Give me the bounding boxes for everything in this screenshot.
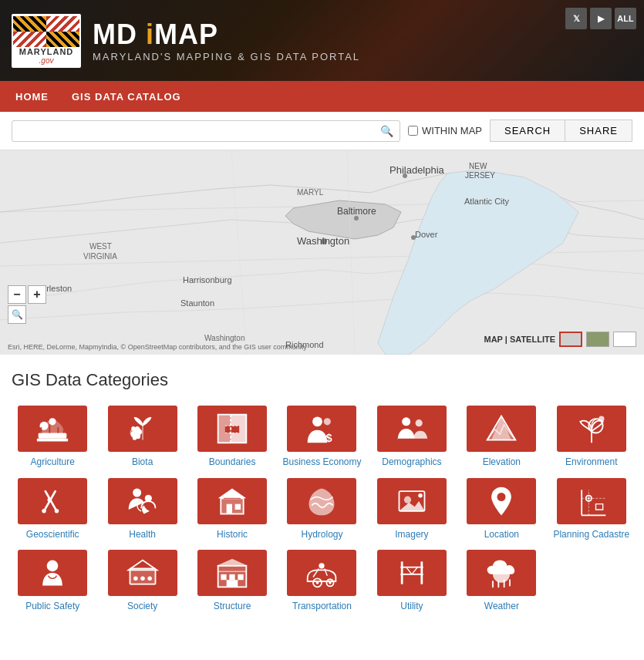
zoom-out-button[interactable]: − bbox=[8, 285, 26, 304]
search-input[interactable] bbox=[19, 125, 380, 137]
maryland-logo: MARYLAND .gov bbox=[12, 14, 81, 68]
list-item[interactable]: Demographics bbox=[371, 406, 453, 469]
list-item[interactable]: Health bbox=[101, 478, 183, 541]
category-label: Location bbox=[484, 529, 519, 541]
svg-text:Baltimore: Baltimore bbox=[337, 206, 376, 217]
search-share-btns: SEARCH SHARE bbox=[490, 120, 632, 142]
svg-rect-84 bbox=[229, 574, 234, 580]
svg-point-79 bbox=[147, 577, 152, 581]
list-item[interactable]: Environment bbox=[551, 406, 632, 469]
svg-point-78 bbox=[140, 577, 145, 581]
environment-icon bbox=[557, 406, 626, 452]
nav-home[interactable]: HOME bbox=[15, 87, 49, 106]
business-economy-icon: $ bbox=[287, 406, 356, 452]
svg-point-92 bbox=[319, 563, 325, 568]
map-type-label: MAP | SATELLITE bbox=[484, 335, 555, 344]
list-item[interactable]: Structure bbox=[191, 550, 273, 613]
list-item[interactable]: Society bbox=[101, 550, 183, 613]
category-label: Public Safety bbox=[25, 601, 79, 613]
biota-icon bbox=[108, 406, 177, 452]
society-icon bbox=[108, 550, 177, 596]
svg-line-98 bbox=[412, 567, 417, 574]
list-item[interactable]: Elevation bbox=[460, 406, 542, 469]
list-item[interactable]: $ Business Economy bbox=[281, 406, 362, 469]
svg-point-40 bbox=[402, 417, 410, 426]
youtube-icon[interactable]: ▶ bbox=[590, 8, 612, 29]
category-label: Weather bbox=[484, 601, 519, 613]
svg-point-73 bbox=[47, 561, 59, 572]
svg-rect-29 bbox=[37, 439, 68, 442]
zoom-controls: − + bbox=[8, 285, 46, 304]
list-item[interactable]: Public Safety bbox=[12, 550, 93, 613]
structure-icon bbox=[197, 550, 267, 596]
zoom-in-button[interactable]: + bbox=[28, 285, 46, 304]
svg-point-52 bbox=[55, 509, 59, 514]
svg-text:Harrisonburg: Harrisonburg bbox=[183, 275, 232, 285]
location-icon bbox=[467, 478, 536, 524]
list-item[interactable]: Planning Cadastre bbox=[551, 478, 632, 541]
within-map-text: WITHIN MAP bbox=[422, 125, 482, 136]
category-label: Imagery bbox=[395, 529, 428, 541]
map-type-controls: MAP | SATELLITE bbox=[484, 332, 636, 347]
search-button[interactable]: SEARCH bbox=[490, 120, 565, 142]
svg-rect-42 bbox=[409, 439, 427, 441]
list-item[interactable]: Utility bbox=[371, 550, 453, 613]
category-label: Transportation bbox=[292, 601, 352, 613]
list-item[interactable]: Geoscientific bbox=[12, 478, 93, 541]
map-type-other[interactable] bbox=[613, 332, 636, 347]
categories-title: GIS Data Categories bbox=[12, 370, 632, 390]
search-icon[interactable]: 🔍 bbox=[380, 125, 393, 137]
category-label: Hydrology bbox=[301, 529, 342, 541]
map-type-satellite[interactable] bbox=[586, 332, 609, 347]
svg-point-53 bbox=[48, 497, 52, 502]
historic-icon bbox=[197, 478, 267, 524]
list-item[interactable]: Agriculture bbox=[12, 406, 93, 469]
list-item[interactable]: Location bbox=[460, 478, 542, 541]
list-item[interactable]: Hydrology bbox=[281, 478, 362, 541]
map-container[interactable]: Philadelphia NEW JERSEY Atlantic City Ba… bbox=[0, 150, 644, 355]
maryland-gov: .gov bbox=[39, 56, 54, 65]
svg-rect-83 bbox=[221, 574, 226, 580]
svg-rect-28 bbox=[39, 433, 67, 439]
list-item[interactable]: Boundaries bbox=[191, 406, 273, 469]
svg-point-65 bbox=[418, 493, 423, 498]
svg-marker-32 bbox=[218, 415, 231, 443]
list-item[interactable]: Imagery bbox=[371, 478, 453, 541]
list-item[interactable]: Transportation bbox=[281, 550, 362, 613]
svg-marker-58 bbox=[218, 488, 247, 498]
map-search-button[interactable]: 🔍 bbox=[8, 305, 26, 324]
svg-text:NEW: NEW bbox=[469, 162, 487, 170]
map-attribution: Esri, HERE, DeLorme, MapmyIndia, © OpenS… bbox=[8, 343, 307, 351]
svg-text:JERSEY: JERSEY bbox=[465, 171, 495, 180]
svg-text:Washington: Washington bbox=[297, 235, 349, 247]
svg-marker-33 bbox=[231, 415, 246, 443]
category-label: Geoscientific bbox=[26, 529, 79, 541]
header: MARYLAND .gov MD iMAP MARYLAND'S MAPPING… bbox=[0, 0, 644, 81]
list-item[interactable]: Weather bbox=[460, 550, 542, 613]
list-item[interactable]: Historic bbox=[191, 478, 273, 541]
svg-text:Philadelphia: Philadelphia bbox=[389, 164, 445, 176]
twitter-icon[interactable]: 𝕏 bbox=[565, 8, 587, 29]
all-icon[interactable]: ALL bbox=[615, 8, 636, 29]
nav-gis-data-catalog[interactable]: GIS DATA CATALOG bbox=[72, 87, 181, 106]
logo-area: MARYLAND .gov MD iMAP MARYLAND'S MAPPING… bbox=[12, 14, 360, 68]
search-input-wrap: 🔍 bbox=[12, 120, 400, 142]
within-map-checkbox[interactable] bbox=[408, 126, 418, 136]
svg-point-37 bbox=[313, 416, 323, 426]
share-button[interactable]: SHARE bbox=[565, 120, 632, 142]
svg-text:$: $ bbox=[326, 432, 332, 444]
public-safety-icon bbox=[18, 550, 87, 596]
imagery-icon bbox=[377, 478, 447, 524]
svg-text:Atlantic City: Atlantic City bbox=[464, 197, 510, 206]
svg-point-77 bbox=[133, 577, 138, 581]
category-label: Business Economy bbox=[282, 456, 361, 469]
transportation-icon bbox=[287, 550, 356, 596]
utility-icon bbox=[377, 550, 447, 596]
search-bar: 🔍 WITHIN MAP SEARCH SHARE bbox=[0, 112, 644, 150]
list-item[interactable]: Biota bbox=[101, 406, 183, 469]
map-type-map[interactable] bbox=[559, 332, 582, 347]
maryland-text: MARYLAND bbox=[19, 47, 74, 56]
category-label: Environment bbox=[565, 456, 617, 469]
category-label: Biota bbox=[132, 456, 153, 469]
categories-grid: Agriculture Biota Boundaries $ Business … bbox=[12, 406, 632, 613]
